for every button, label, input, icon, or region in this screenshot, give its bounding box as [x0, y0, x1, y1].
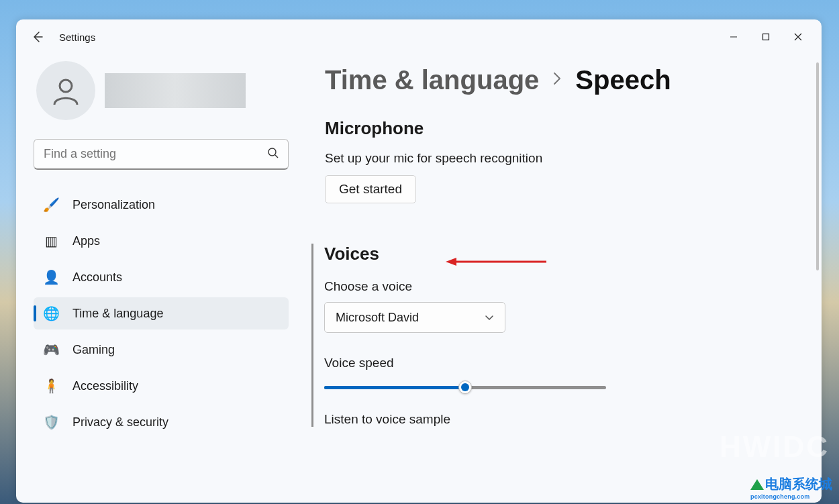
username-redacted: [105, 73, 246, 108]
breadcrumb-parent[interactable]: Time & language: [325, 65, 539, 95]
chevron-down-icon: [485, 311, 494, 325]
search-input[interactable]: [34, 139, 289, 170]
voices-section: Voices Choose a voice Microsoft David Vo…: [311, 244, 797, 427]
titlebar: Settings: [16, 19, 822, 54]
svg-rect-1: [763, 34, 769, 40]
chevron-right-icon: [552, 71, 562, 90]
maximize-icon: [762, 33, 770, 41]
sidebar-item-label: Apps: [72, 234, 100, 248]
scrollbar[interactable]: [816, 62, 819, 270]
sidebar-item-label: Privacy & security: [72, 415, 168, 430]
slider-fill: [324, 386, 465, 389]
arrow-left-icon: [31, 30, 44, 44]
person-icon: [49, 74, 83, 107]
svg-point-2: [60, 80, 72, 92]
sidebar-item-label: Accounts: [72, 270, 122, 285]
minimize-button[interactable]: [718, 26, 749, 48]
person-small-icon: 👤: [43, 269, 59, 285]
search-wrap: [34, 139, 289, 170]
gamepad-icon: 🎮: [43, 342, 59, 358]
microphone-section: Microphone Set up your mic for speech re…: [325, 118, 797, 203]
sidebar-item-apps[interactable]: ▥ Apps: [34, 225, 289, 257]
voice-speed-label: Voice speed: [324, 356, 797, 370]
sidebar: 🖌️ Personalization ▥ Apps 👤 Accounts 🌐 T…: [16, 54, 306, 503]
sidebar-item-label: Accessibility: [72, 379, 138, 393]
sidebar-item-time-language[interactable]: 🌐 Time & language: [34, 297, 289, 330]
choose-voice-label: Choose a voice: [324, 279, 797, 294]
microphone-title: Microphone: [325, 118, 797, 139]
sidebar-item-accessibility[interactable]: 🧍 Accessibility: [34, 370, 289, 402]
voice-sample-label: Listen to voice sample: [324, 412, 797, 427]
sidebar-item-label: Personalization: [72, 198, 155, 212]
microphone-description: Set up your mic for speech recognition: [325, 151, 797, 166]
breadcrumb-current: Speech: [575, 65, 671, 95]
minimize-icon: [730, 33, 738, 41]
apps-icon: ▥: [43, 233, 59, 249]
paintbrush-icon: 🖌️: [43, 197, 59, 213]
settings-window: Settings: [16, 19, 822, 503]
app-title: Settings: [59, 32, 95, 43]
close-button[interactable]: [783, 26, 813, 48]
globe-icon: 🌐: [43, 305, 59, 321]
window-controls: [718, 26, 813, 48]
svg-point-3: [268, 148, 276, 156]
voice-selected: Microsoft David: [336, 311, 419, 325]
voices-title: Voices: [324, 244, 797, 264]
sidebar-item-accounts[interactable]: 👤 Accounts: [34, 261, 289, 293]
back-button[interactable]: [24, 23, 51, 50]
slider-thumb[interactable]: [458, 381, 472, 394]
breadcrumb: Time & language Speech: [325, 65, 797, 95]
sidebar-item-label: Gaming: [72, 343, 115, 357]
accessibility-icon: 🧍: [43, 378, 59, 394]
shield-icon: 🛡️: [43, 414, 59, 430]
profile-block[interactable]: [34, 61, 289, 120]
sidebar-item-personalization[interactable]: 🖌️ Personalization: [34, 189, 289, 221]
sidebar-item-gaming[interactable]: 🎮 Gaming: [34, 334, 289, 366]
nav-list: 🖌️ Personalization ▥ Apps 👤 Accounts 🌐 T…: [34, 189, 289, 503]
maximize-button[interactable]: [750, 26, 781, 48]
svg-line-4: [275, 155, 278, 158]
sidebar-item-label: Time & language: [72, 307, 163, 321]
window-body: 🖌️ Personalization ▥ Apps 👤 Accounts 🌐 T…: [16, 54, 822, 503]
close-icon: [794, 33, 802, 41]
sidebar-item-privacy-security[interactable]: 🛡️ Privacy & security: [34, 406, 289, 438]
avatar: [36, 61, 95, 120]
voice-dropdown[interactable]: Microsoft David: [324, 302, 505, 333]
main-content: Time & language Speech Microphone Set up…: [306, 54, 822, 503]
get-started-button[interactable]: Get started: [325, 175, 416, 203]
search-icon: [267, 147, 279, 162]
voice-speed-slider[interactable]: [324, 380, 606, 395]
